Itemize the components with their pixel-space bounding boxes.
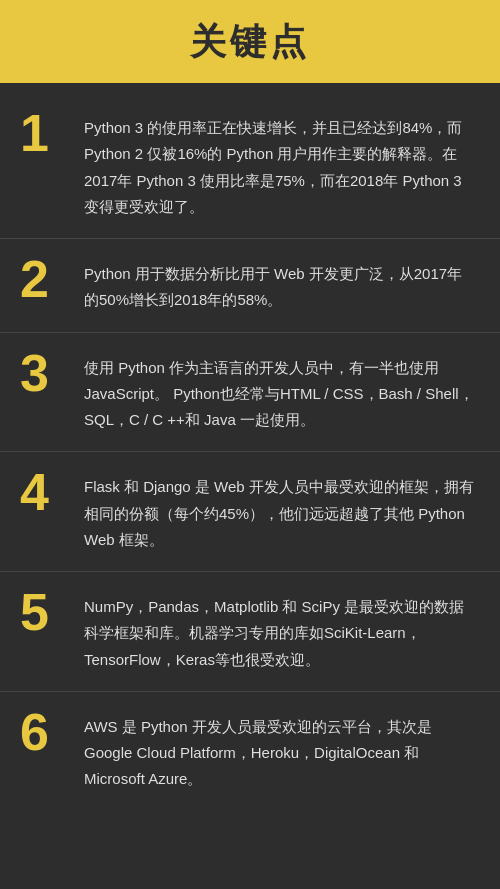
list-item: 3 使用 Python 作为主语言的开发人员中，有一半也使用 JavaScrip…: [0, 333, 500, 453]
content-list: 1 Python 3 的使用率正在快速增长，并且已经达到84%，而 Python…: [0, 83, 500, 831]
item-number-6: 6: [20, 706, 70, 758]
item-number-1: 1: [20, 107, 70, 159]
list-item: 4 Flask 和 Django 是 Web 开发人员中最受欢迎的框架，拥有相同…: [0, 452, 500, 572]
list-item: 6 AWS 是 Python 开发人员最受欢迎的云平台，其次是 Google C…: [0, 692, 500, 811]
item-text-4: Flask 和 Django 是 Web 开发人员中最受欢迎的框架，拥有相同的份…: [84, 470, 476, 553]
item-text-1: Python 3 的使用率正在快速增长，并且已经达到84%，而 Python 2…: [84, 111, 476, 220]
page-header: 关键点: [0, 0, 500, 83]
item-number-3: 3: [20, 347, 70, 399]
list-item: 1 Python 3 的使用率正在快速增长，并且已经达到84%，而 Python…: [0, 93, 500, 239]
item-text-3: 使用 Python 作为主语言的开发人员中，有一半也使用 JavaScript。…: [84, 351, 476, 434]
list-item: 5 NumPy，Pandas，Matplotlib 和 SciPy 是最受欢迎的…: [0, 572, 500, 692]
item-text-5: NumPy，Pandas，Matplotlib 和 SciPy 是最受欢迎的数据…: [84, 590, 476, 673]
item-number-2: 2: [20, 253, 70, 305]
list-item: 2 Python 用于数据分析比用于 Web 开发更广泛，从2017年的50%增…: [0, 239, 500, 333]
item-text-2: Python 用于数据分析比用于 Web 开发更广泛，从2017年的50%增长到…: [84, 257, 476, 314]
page-title: 关键点: [20, 18, 480, 67]
item-number-4: 4: [20, 466, 70, 518]
page-wrapper: 关键点 1 Python 3 的使用率正在快速增长，并且已经达到84%，而 Py…: [0, 0, 500, 831]
item-number-5: 5: [20, 586, 70, 638]
item-text-6: AWS 是 Python 开发人员最受欢迎的云平台，其次是 Google Clo…: [84, 710, 476, 793]
